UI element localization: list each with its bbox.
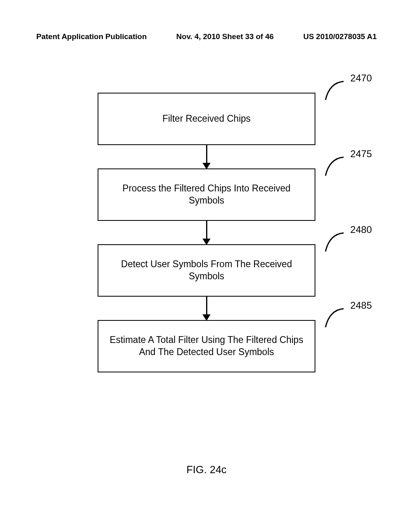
box-text: Process the Filtered Chips Into Received… xyxy=(106,183,307,207)
header-left-text: Patent Application Publication xyxy=(36,32,147,41)
flowchart-step-4: 2485 Estimate A Total Filter Using The F… xyxy=(90,320,323,372)
box-label-2: 2475 xyxy=(350,148,372,160)
arrow-down-icon xyxy=(206,297,207,320)
arrow-down-icon xyxy=(206,221,207,244)
box-label-3: 2480 xyxy=(350,224,372,235)
flowchart-step-2: 2475 Process the Filtered Chips Into Rec… xyxy=(90,168,323,221)
flowchart-box: Estimate A Total Filter Using The Filter… xyxy=(98,320,315,372)
header-right-text: US 2010/0278035 A1 xyxy=(303,32,377,41)
label-curve-icon xyxy=(323,81,348,101)
header-center-text: Nov. 4, 2010 Sheet 33 of 46 xyxy=(176,32,274,41)
flowchart-box: Filter Received Chips xyxy=(98,93,315,145)
box-text: Estimate A Total Filter Using The Filter… xyxy=(106,334,307,358)
label-curve-icon xyxy=(323,156,348,177)
flowchart-step-3: 2480 Detect User Symbols From The Receiv… xyxy=(90,244,323,297)
page-header: Patent Application Publication Nov. 4, 2… xyxy=(0,32,413,41)
box-text: Detect User Symbols From The Received Sy… xyxy=(106,258,307,283)
box-text: Filter Received Chips xyxy=(163,113,251,125)
flowchart-box: Detect User Symbols From The Received Sy… xyxy=(98,244,315,297)
flowchart-step-1: 2470 Filter Received Chips xyxy=(90,93,323,145)
flowchart-container: 2470 Filter Received Chips 2475 Process … xyxy=(90,93,323,372)
label-curve-icon xyxy=(323,232,348,252)
arrow-down-icon xyxy=(206,145,207,168)
flowchart-box: Process the Filtered Chips Into Received… xyxy=(98,168,315,221)
box-label-4: 2485 xyxy=(350,300,372,311)
label-curve-icon xyxy=(323,308,348,328)
box-label-1: 2470 xyxy=(350,73,372,84)
figure-caption: FIG. 24c xyxy=(186,463,227,476)
